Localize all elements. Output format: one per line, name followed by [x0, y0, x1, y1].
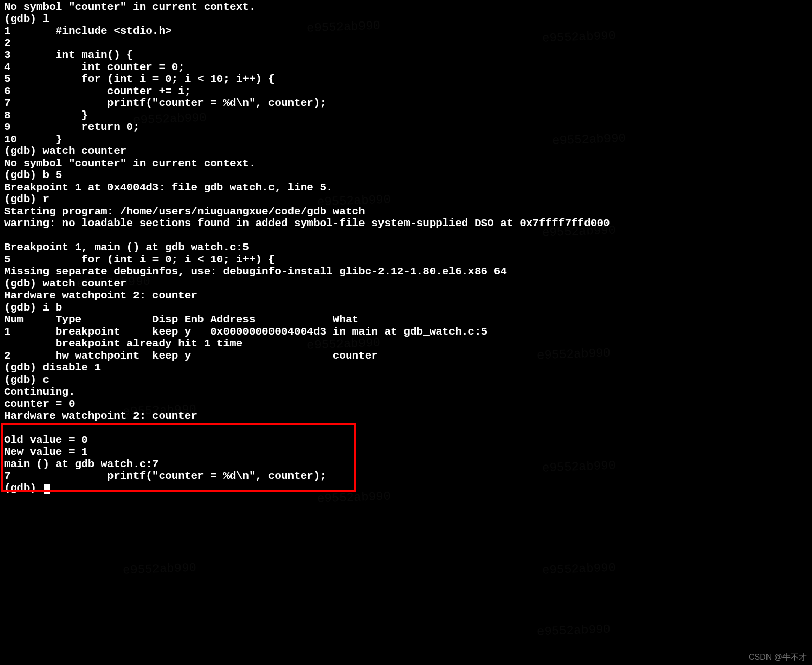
attribution-text: CSDN @牛不才: [749, 653, 807, 662]
terminal-line: (gdb) c: [4, 374, 808, 386]
terminal-line: Num Type Disp Enb Address What: [4, 314, 808, 326]
terminal-line: Old value = 0: [4, 434, 808, 447]
terminal-line: 8 }: [4, 109, 808, 122]
terminal-line: No symbol "counter" in current context.: [4, 158, 808, 170]
terminal-line: warning: no loadable sections found in a…: [4, 217, 808, 230]
terminal-line: 7 printf("counter = %d\n", counter);: [4, 97, 808, 109]
terminal-line: (gdb) watch counter: [4, 278, 808, 290]
terminal-line: breakpoint already hit 1 time: [4, 338, 808, 350]
terminal-line: Breakpoint 1, main () at gdb_watch.c:5: [4, 241, 808, 254]
terminal-line: 3 int main() {: [4, 49, 808, 61]
terminal-line: Continuing.: [4, 386, 808, 398]
terminal-line: 5 for (int i = 0; i < 10; i++) {: [4, 73, 808, 85]
terminal-line: 10 }: [4, 134, 808, 146]
terminal-line: (gdb) i b: [4, 302, 808, 314]
terminal-output[interactable]: No symbol "counter" in current context.(…: [0, 0, 812, 494]
terminal-line: 2 hw watchpoint keep y counter: [4, 350, 808, 362]
watermark-text: e9552ab990: [542, 561, 616, 578]
watermark-text: e9552ab990: [123, 561, 197, 578]
terminal-line: Breakpoint 1 at 0x4004d3: file gdb_watch…: [4, 182, 808, 194]
terminal-line: main () at gdb_watch.c:7: [4, 458, 808, 471]
terminal-line: [4, 422, 808, 434]
terminal-line: counter = 0: [4, 398, 808, 410]
watermark-text: e9552ab990: [537, 623, 611, 639]
terminal-line: (gdb): [4, 482, 808, 495]
text-cursor: [44, 484, 50, 494]
terminal-line: Hardware watchpoint 2: counter: [4, 290, 808, 302]
terminal-line: Missing separate debuginfos, use: debugi…: [4, 265, 808, 278]
terminal-line: No symbol "counter" in current context.: [4, 1, 808, 13]
terminal-line: [4, 230, 808, 242]
terminal-line: 6 counter += i;: [4, 85, 808, 98]
terminal-line: (gdb) l: [4, 13, 808, 26]
terminal-line: 5 for (int i = 0; i < 10; i++) {: [4, 254, 808, 266]
terminal-line: 9 return 0;: [4, 121, 808, 134]
terminal-line: (gdb) r: [4, 193, 808, 206]
terminal-line: 1 breakpoint keep y 0x00000000004004d3 i…: [4, 326, 808, 338]
terminal-line: 4 int counter = 0;: [4, 61, 808, 74]
terminal-line: Starting program: /home/users/niuguangxu…: [4, 206, 808, 218]
terminal-line: Hardware watchpoint 2: counter: [4, 410, 808, 423]
terminal-line: 2: [4, 37, 808, 50]
terminal-line: New value = 1: [4, 446, 808, 458]
terminal-line: (gdb) disable 1: [4, 362, 808, 374]
terminal-line: (gdb) b 5: [4, 169, 808, 182]
terminal-line: 1 #include <stdio.h>: [4, 25, 808, 37]
terminal-line: 7 printf("counter = %d\n", counter);: [4, 470, 808, 482]
terminal-line: (gdb) watch counter: [4, 145, 808, 158]
